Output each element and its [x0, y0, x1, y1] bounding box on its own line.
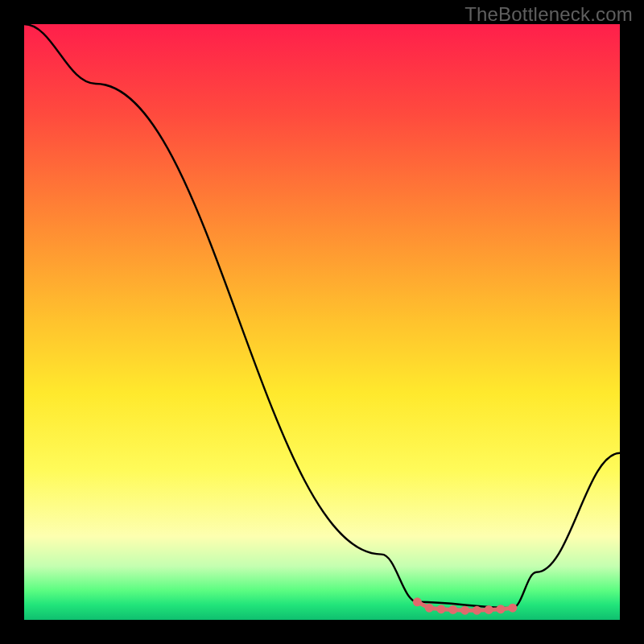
optimal-marker — [425, 604, 434, 613]
optimal-marker — [485, 605, 493, 614]
optimal-marker — [437, 605, 446, 613]
optimal-marker — [497, 605, 506, 613]
optimal-marker — [473, 606, 481, 615]
watermark-label: TheBottleneck.com — [464, 3, 633, 26]
optimal-band-markers — [413, 597, 517, 614]
optimal-marker — [413, 597, 422, 606]
optimal-marker — [448, 605, 457, 614]
plot-area — [24, 24, 620, 620]
chart-svg — [24, 24, 620, 620]
chart-frame: TheBottleneck.com — [0, 0, 644, 644]
optimal-marker — [460, 606, 469, 615]
optimal-marker — [508, 604, 517, 613]
bottleneck-curve — [24, 24, 620, 608]
